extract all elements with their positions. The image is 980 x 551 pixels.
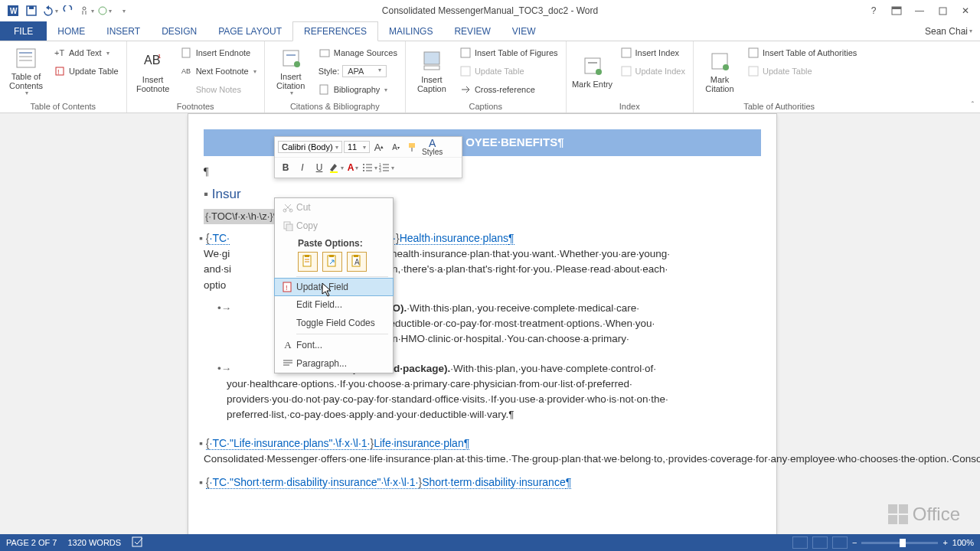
paste-options: A xyxy=(275,250,393,275)
svg-rect-7 xyxy=(892,7,901,9)
svg-text:!: ! xyxy=(57,68,60,76)
svg-point-44 xyxy=(363,170,364,171)
undo-icon[interactable]: ▾ xyxy=(41,2,58,19)
tab-mailings[interactable]: MAILINGS xyxy=(378,21,443,41)
save-icon[interactable] xyxy=(23,2,40,19)
italic-icon[interactable]: I xyxy=(295,160,310,175)
mini-size-select[interactable]: 11▾ xyxy=(344,141,370,153)
zoom-slider[interactable] xyxy=(861,542,938,544)
paste-text-only-icon[interactable]: A xyxy=(347,252,367,272)
tab-references[interactable]: REFERENCES xyxy=(292,21,378,41)
menu-update-field[interactable]: !Update Field xyxy=(274,278,394,296)
zoom-level[interactable]: 100% xyxy=(952,538,974,547)
menu-edit-field[interactable]: Edit Field... xyxy=(275,295,393,314)
view-web-layout-icon[interactable] xyxy=(832,536,848,549)
menu-toggle-field-codes[interactable]: Toggle Field Codes xyxy=(275,314,393,332)
shrink-font-icon[interactable]: A▾ xyxy=(388,139,403,155)
qat-circle-icon[interactable]: ▾ xyxy=(96,2,113,19)
status-proofing-icon[interactable] xyxy=(132,536,144,549)
svg-text:+T: +T xyxy=(54,48,64,57)
insert-table-of-figures-button[interactable]: Insert Table of Figures xyxy=(456,44,561,61)
svg-text:3: 3 xyxy=(379,168,381,172)
insert-citation-button[interactable]: Insert Citation▾ xyxy=(270,44,312,98)
zoom-out-icon[interactable]: − xyxy=(852,538,857,547)
numbering-icon[interactable]: 123▾ xyxy=(379,160,394,175)
mark-citation-button[interactable]: Mark Citation xyxy=(698,44,741,98)
svg-point-42 xyxy=(363,167,364,168)
group-index-label: Index xyxy=(571,100,688,111)
status-bar: PAGE 2 OF 7 1320 WORDS − + 100% xyxy=(0,534,980,551)
status-page[interactable]: PAGE 2 OF 7 xyxy=(6,538,57,547)
update-table-figures-button[interactable]: Update Table xyxy=(456,63,561,80)
window-title: Consolidated MessengerManual_TOC3_doc2 -… xyxy=(382,5,598,16)
cross-reference-button[interactable]: Cross-reference xyxy=(456,81,561,98)
update-toa-button[interactable]: Update Table xyxy=(744,63,860,80)
tab-home[interactable]: HOME xyxy=(47,21,96,41)
ribbon-display-icon[interactable] xyxy=(888,2,905,19)
bold-icon[interactable]: B xyxy=(278,160,293,175)
svg-rect-38 xyxy=(409,143,415,148)
tab-page-layout[interactable]: PAGE LAYOUT xyxy=(207,21,292,41)
insert-footnote-button[interactable]: AB1 Insert Footnote xyxy=(132,44,175,98)
svg-rect-36 xyxy=(749,48,758,57)
tab-review[interactable]: REVIEW xyxy=(443,21,501,41)
status-words[interactable]: 1320 WORDS xyxy=(67,538,121,547)
svg-rect-9 xyxy=(17,49,35,67)
life-heading-line: ▪ {·TC·"Life·insurance·plans"·\f·x·\l·1·… xyxy=(199,435,761,452)
bullets-icon[interactable]: ▾ xyxy=(362,160,377,175)
touch-mode-icon[interactable]: ▾ xyxy=(78,2,95,19)
table-of-contents-button[interactable]: Table of Contents▾ xyxy=(5,44,47,98)
underline-icon[interactable]: U xyxy=(312,160,327,175)
tab-design[interactable]: DESIGN xyxy=(151,21,207,41)
grow-font-icon[interactable]: A▴ xyxy=(371,139,387,155)
insert-toa-button[interactable]: Insert Table of Authorities xyxy=(744,44,860,61)
citation-style-select[interactable]: Style: APA▾ xyxy=(315,63,400,80)
menu-font[interactable]: AFont... xyxy=(275,336,393,354)
zoom-in-icon[interactable]: + xyxy=(942,538,947,547)
user-name[interactable]: Sean Chai ▾ xyxy=(917,21,980,41)
help-icon[interactable]: ? xyxy=(865,2,882,19)
title-bar: W ▾ ▾ ▾ ▾ Consolidated MessengerManual_T… xyxy=(0,0,980,21)
svg-rect-55 xyxy=(286,224,292,231)
menu-paragraph[interactable]: Paragraph... xyxy=(275,354,393,373)
svg-rect-3 xyxy=(29,6,34,9)
view-print-layout-icon[interactable] xyxy=(792,536,808,549)
show-notes-button[interactable]: Show Notes xyxy=(178,81,260,98)
minimize-icon[interactable]: — xyxy=(911,2,928,19)
manage-sources-button[interactable]: Manage Sources xyxy=(315,44,400,61)
view-read-mode-icon[interactable] xyxy=(812,536,828,549)
update-table-button[interactable]: !Update Table xyxy=(51,63,122,80)
maximize-icon[interactable] xyxy=(934,2,951,19)
menu-paste-header: Paste Options: xyxy=(275,235,393,250)
insert-index-button[interactable]: Insert Index xyxy=(617,44,688,61)
qat-customize-icon[interactable]: ▾ xyxy=(115,2,132,19)
insert-caption-button[interactable]: Insert Caption xyxy=(410,44,453,98)
mark-entry-button[interactable]: Mark Entry xyxy=(571,44,614,98)
menu-copy[interactable]: Copy xyxy=(275,217,393,235)
mini-styles-button[interactable]: AStyles xyxy=(422,139,443,155)
bibliography-button[interactable]: Bibliography▾ xyxy=(315,81,400,98)
mini-font-select[interactable]: Calibri (Body)▾ xyxy=(278,141,342,153)
svg-rect-28 xyxy=(461,67,470,76)
next-footnote-button[interactable]: ABNext Footnote▾ xyxy=(178,63,260,80)
format-painter-icon[interactable] xyxy=(405,139,420,155)
insert-endnote-button[interactable]: Insert Endnote xyxy=(178,44,260,61)
collapse-ribbon-icon[interactable]: ˆ xyxy=(972,101,974,109)
tab-view[interactable]: VIEW xyxy=(501,21,547,41)
svg-text:AB: AB xyxy=(181,67,191,75)
svg-point-5 xyxy=(99,7,106,15)
font-color-icon[interactable]: A▾ xyxy=(345,160,361,175)
redo-icon[interactable] xyxy=(60,2,77,19)
svg-rect-23 xyxy=(320,50,329,57)
paste-keep-source-icon[interactable] xyxy=(298,252,318,272)
tab-file[interactable]: FILE xyxy=(0,21,47,41)
highlight-icon[interactable]: ▾ xyxy=(328,160,344,175)
paste-merge-icon[interactable] xyxy=(322,252,342,272)
close-icon[interactable]: ✕ xyxy=(957,2,974,19)
menu-cut[interactable]: Cut xyxy=(275,198,393,217)
update-index-button[interactable]: Update Index xyxy=(617,63,688,80)
svg-text:W: W xyxy=(10,7,18,15)
tab-insert[interactable]: INSERT xyxy=(96,21,151,41)
word-icon[interactable]: W xyxy=(5,2,21,19)
add-text-button[interactable]: +TAdd Text▾ xyxy=(51,44,122,61)
